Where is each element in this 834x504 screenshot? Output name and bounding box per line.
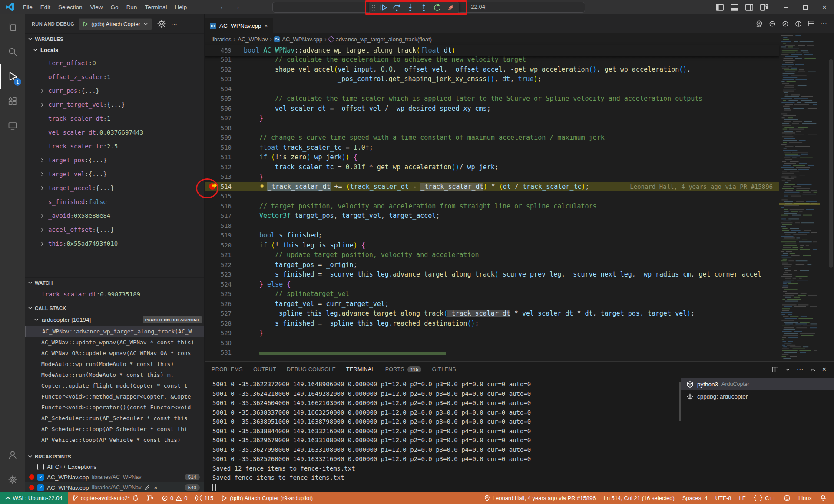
line-number[interactable]: 513: [205, 173, 232, 180]
gutter[interactable]: 524: [205, 280, 244, 290]
panel-more-actions-icon[interactable]: ···: [797, 366, 804, 373]
menu-edit[interactable]: Edit: [36, 4, 54, 10]
status-language-mode[interactable]: { }C++: [750, 492, 780, 504]
code-line[interactable]: 528s_finished = _spline_this_leg.reached…: [205, 319, 779, 329]
gutter[interactable]: 529: [205, 328, 244, 338]
status-os[interactable]: Linux: [794, 492, 816, 504]
stack-frame[interactable]: AP_Scheduler::loop(AP_Scheduler * const …: [25, 424, 204, 435]
line-number[interactable]: 511: [205, 154, 232, 161]
breadcrumb-item[interactable]: libraries: [212, 36, 232, 43]
breadcrumb-item[interactable]: advance_wp_target_along_track(float): [329, 36, 432, 43]
line-number[interactable]: 516: [205, 203, 232, 210]
line-number[interactable]: 524: [205, 281, 232, 288]
variable-row[interactable]: track_scaler_tc: 2.5: [25, 139, 204, 153]
stack-frame[interactable]: Functor<void>::method_wrapper<Copter, &C…: [25, 391, 204, 402]
editor-more-actions-icon[interactable]: ···: [820, 20, 827, 28]
code-line[interactable]: 521// update target position, velocity a…: [205, 250, 779, 260]
gutter[interactable]: 518: [205, 221, 244, 231]
line-number[interactable]: 459: [205, 47, 232, 54]
gutter[interactable]: 502: [205, 65, 244, 75]
code-line[interactable]: 506vel_scaler_dt = _offset_vel / _wp_des…: [205, 104, 779, 114]
variable-row[interactable]: curr_pos: {...}: [25, 84, 204, 98]
code-line[interactable]: 514_track_scalar_dt += (track_scaler_dt …: [205, 182, 779, 192]
chevron-right-icon[interactable]: [40, 158, 45, 163]
variables-section-header[interactable]: VARIABLES: [25, 33, 204, 44]
stack-frame[interactable]: Functor<void>::operator()(const Functor<…: [25, 402, 204, 413]
line-number[interactable]: 504: [205, 86, 232, 92]
gutter[interactable]: 516: [205, 201, 244, 211]
status-problems[interactable]: 00: [158, 492, 191, 504]
gutter[interactable]: 507: [205, 113, 244, 123]
toggle-sidebar-icon[interactable]: [713, 2, 726, 13]
terminal-instance[interactable]: python3ArduCopter: [681, 378, 834, 390]
breakpoint-row[interactable]: All C++ Exceptions: [25, 461, 204, 472]
chevron-right-icon[interactable]: [40, 227, 45, 233]
terminal-instance[interactable]: cppdbg: arducopter: [681, 390, 834, 402]
line-number[interactable]: 530: [205, 339, 232, 346]
activity-account[interactable]: [0, 442, 25, 467]
code-line[interactable]: 526target_vel = curr_target_vel;: [205, 299, 779, 309]
split-terminal-icon[interactable]: [771, 366, 779, 373]
locals-group[interactable]: Locals: [25, 44, 204, 56]
line-number[interactable]: 518: [205, 222, 232, 229]
watch-row[interactable]: _track_scalar_dt: 0.998735189: [25, 288, 204, 301]
step-out-button[interactable]: [418, 3, 429, 13]
variable-row[interactable]: accel_offset: {...}: [25, 223, 204, 237]
line-number[interactable]: 523: [205, 271, 232, 278]
breakpoint-checkbox[interactable]: ✓: [37, 474, 44, 481]
gutter[interactable]: 523: [205, 270, 244, 280]
line-number[interactable]: 521: [205, 251, 232, 258]
variable-row[interactable]: curr_target_vel: {...}: [25, 98, 204, 112]
copilot-sparkle-icon[interactable]: [259, 183, 265, 190]
maximize-button[interactable]: [796, 0, 815, 14]
code-line[interactable]: 512track_scaler_tc = 0.01f * get_wp_acce…: [205, 162, 779, 172]
menu-view[interactable]: View: [86, 4, 107, 10]
debug-config-dropdown[interactable]: (gdb) Attach Copter: [79, 18, 152, 30]
status-notifications[interactable]: [816, 492, 831, 504]
open-changes-prev-icon[interactable]: [755, 20, 763, 28]
variable-row[interactable]: this: 0x55ad7493f010: [25, 237, 204, 250]
code-line[interactable]: 508: [205, 123, 779, 133]
code-area[interactable]: 501// calculate the acceleration to achi…: [205, 55, 779, 361]
breakpoint-row[interactable]: ✓AC_WPNav.cpplibraries/AC_WPNav×540: [25, 482, 204, 492]
chevron-right-icon[interactable]: [40, 102, 45, 108]
status-indentation[interactable]: Spaces: 4: [678, 492, 712, 504]
gutter[interactable]: 459: [205, 45, 244, 55]
line-number[interactable]: 520: [205, 242, 232, 249]
gutter[interactable]: 515: [205, 191, 244, 201]
code-line[interactable]: 529}: [205, 328, 779, 338]
status-git-graph[interactable]: [143, 492, 158, 504]
minimap[interactable]: [779, 33, 819, 361]
menu-file[interactable]: File: [19, 4, 36, 10]
toggle-blame-icon[interactable]: [794, 20, 802, 28]
code-line[interactable]: 525// splinetarget_vel: [205, 289, 779, 299]
panel-tab-problems[interactable]: PROBLEMS: [212, 362, 243, 377]
gutter[interactable]: 522: [205, 260, 244, 270]
activity-remote-explorer[interactable]: [0, 113, 25, 138]
stack-frame[interactable]: AC_WPNav::advance_wp_target_along_track(…: [25, 326, 204, 337]
line-number[interactable]: 522: [205, 261, 232, 268]
activity-search[interactable]: [0, 39, 25, 64]
code-line[interactable]: 510float track_scaler_tc = 1.0f;: [205, 143, 779, 153]
code-line[interactable]: 523s_finished = _scurve_this_leg.advance…: [205, 270, 779, 280]
chevron-right-icon[interactable]: [40, 185, 45, 191]
status-git-branch[interactable]: copter-avoid-auto2*: [68, 492, 143, 504]
gutter[interactable]: 511: [205, 152, 244, 162]
maximize-panel-icon[interactable]: [810, 366, 816, 373]
code-line[interactable]: 507}: [205, 113, 779, 123]
breakpoint-row[interactable]: ✓AC_WPNav.cpplibraries/AC_WPNav514: [25, 472, 204, 482]
status-github[interactable]: [780, 492, 794, 504]
menu-go[interactable]: Go: [107, 4, 122, 10]
code-line[interactable]: 516// target position, velocity and acce…: [205, 201, 779, 211]
line-number[interactable]: 529: [205, 329, 232, 336]
line-number[interactable]: 510: [205, 144, 232, 151]
toggle-panel-icon[interactable]: [728, 2, 741, 13]
variable-row[interactable]: target_vel: {...}: [25, 167, 204, 181]
line-number[interactable]: 526: [205, 300, 232, 307]
gutter[interactable]: 520: [205, 240, 244, 250]
code-line[interactable]: 527_spline_this_leg.advance_target_along…: [205, 309, 779, 319]
gutter[interactable]: 531: [205, 348, 244, 358]
variable-row[interactable]: track_scaler_dt: 1: [25, 112, 204, 125]
start-debug-icon[interactable]: [82, 21, 89, 27]
code-line[interactable]: 503_pos_control.get_shaping_jerk_xy_cmss…: [205, 74, 779, 84]
